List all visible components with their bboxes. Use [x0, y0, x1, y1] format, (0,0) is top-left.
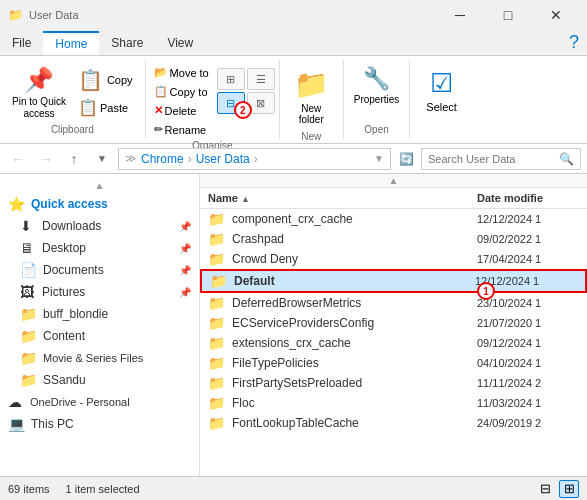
- documents-icon: 📄: [20, 262, 37, 278]
- file-name: Floc: [228, 396, 477, 410]
- select-button[interactable]: ☑ Select: [418, 64, 465, 117]
- pin-to-quick-access-button[interactable]: 📌 Pin to Quickaccess: [8, 64, 70, 122]
- table-row[interactable]: 📁 extensions_crx_cache 09/12/2024 1: [200, 333, 587, 353]
- delete-button[interactable]: ✕ Delete: [150, 102, 213, 119]
- copy-button[interactable]: 📋 Copy: [74, 64, 137, 94]
- pin-documents: 📌: [179, 265, 191, 276]
- table-row[interactable]: 📁 ECServiceProvidersConfig 21/07/2020 1: [200, 313, 587, 333]
- quick-access-toolbar-icon: 📁: [8, 8, 23, 22]
- copy-to-button[interactable]: 📋 Copy to: [150, 83, 213, 100]
- path-dropdown[interactable]: ▼: [374, 153, 384, 164]
- sidebar-item-content[interactable]: 📁 Content: [0, 325, 199, 347]
- sidebar-item-pictures[interactable]: 🖼 Pictures 📌: [0, 281, 199, 303]
- main-content: ▲ ⭐ Quick access ⬇ Downloads 📌 🖥 Desktop…: [0, 174, 587, 476]
- path-userdata[interactable]: User Data: [196, 152, 250, 166]
- sidebar-label-buff-blondie: buff_blondie: [43, 307, 108, 321]
- up-button[interactable]: ↑: [62, 148, 86, 170]
- sidebar-item-downloads[interactable]: ⬇ Downloads 📌: [0, 215, 199, 237]
- ribbon-tabs: File Home Share View ?: [0, 30, 587, 56]
- folder-icon: 📁: [208, 295, 228, 311]
- title-bar-controls: ─ □ ✕: [437, 4, 579, 26]
- desktop-icon: 🖥: [20, 240, 36, 256]
- forward-button[interactable]: →: [34, 148, 58, 170]
- tab-home[interactable]: Home: [43, 31, 99, 55]
- tab-share[interactable]: Share: [99, 32, 155, 54]
- view-details-btn[interactable]: ⊟: [535, 480, 555, 498]
- folder-icon: 📁: [208, 355, 228, 371]
- sidebar-item-this-pc[interactable]: 💻 This PC: [0, 413, 199, 435]
- paste-icon: 📋: [78, 98, 98, 117]
- file-name: Crashpad: [228, 232, 477, 246]
- delete-icon: ✕: [154, 104, 163, 117]
- column-name[interactable]: Name ▲: [200, 190, 477, 206]
- close-button[interactable]: ✕: [533, 4, 579, 26]
- sort-arrow: ▲: [241, 194, 250, 204]
- file-name: ECServiceProvidersConfig: [228, 316, 477, 330]
- address-path[interactable]: ≫ Chrome › User Data › ▼: [118, 148, 391, 170]
- sidebar-item-quick-access[interactable]: ⭐ Quick access: [0, 193, 199, 215]
- view-list-button[interactable]: ☰: [247, 68, 275, 90]
- move-to-button[interactable]: 📂 Move to: [150, 64, 213, 81]
- view-grid-button[interactable]: ⊞: [217, 68, 245, 90]
- sidebar-item-documents[interactable]: 📄 Documents 📌: [0, 259, 199, 281]
- help-icon[interactable]: ?: [569, 32, 587, 53]
- maximize-button[interactable]: □: [485, 4, 531, 26]
- minimize-button[interactable]: ─: [437, 4, 483, 26]
- file-list: ▲ Name ▲ Date modifie 📁 component_crx_ca…: [200, 174, 587, 476]
- table-row[interactable]: 📁 FileTypePolicies 04/10/2024 1: [200, 353, 587, 373]
- sidebar-item-onedrive[interactable]: ☁ OneDrive - Personal: [0, 391, 199, 413]
- onedrive-icon: ☁: [8, 394, 24, 410]
- clipboard-label: Clipboard: [51, 122, 94, 135]
- pin-pictures: 📌: [179, 287, 191, 298]
- view-list-btn[interactable]: ⊞: [559, 480, 579, 498]
- file-name: Crowd Deny: [228, 252, 477, 266]
- rename-icon: ✏: [154, 123, 163, 136]
- title-bar-left: 📁 User Data: [8, 8, 79, 22]
- content-icon: 📁: [20, 328, 37, 344]
- path-separator-3: ›: [254, 152, 258, 166]
- table-row[interactable]: 📁 DeferredBrowserMetrics 23/10/2024 1: [200, 293, 587, 313]
- view-details-button[interactable]: ⊟ 2: [217, 92, 245, 114]
- search-input[interactable]: [428, 153, 559, 165]
- sidebar-item-buff-blondie[interactable]: 📁 buff_blondie: [0, 303, 199, 325]
- sidebar-item-desktop[interactable]: 🖥 Desktop 📌: [0, 237, 199, 259]
- item-count: 69 items: [8, 483, 50, 495]
- tab-file[interactable]: File: [0, 32, 43, 54]
- table-row[interactable]: 📁 Crashpad 09/02/2022 1: [200, 229, 587, 249]
- organise-badge-2: 2: [234, 101, 252, 119]
- file-date: 23/10/2024 1: [477, 297, 587, 309]
- sidebar-item-movie-series[interactable]: 📁 Movie & Series Files: [0, 347, 199, 369]
- file-date: 09/02/2022 1: [477, 233, 587, 245]
- rename-button[interactable]: ✏ Rename: [150, 121, 213, 138]
- table-row[interactable]: 📁 Floc 11/03/2024 1: [200, 393, 587, 413]
- table-row[interactable]: 📁 component_crx_cache 12/12/2024 1: [200, 209, 587, 229]
- table-row[interactable]: 📁 FirstPartySetsPreloaded 11/11/2024 2: [200, 373, 587, 393]
- table-row[interactable]: 📁 FontLookupTableCache 24/09/2019 2: [200, 413, 587, 433]
- file-date: 11/03/2024 1: [477, 397, 587, 409]
- pin-downloads: 📌: [179, 221, 191, 232]
- properties-button[interactable]: 🔧 Properties: [350, 64, 404, 107]
- path-chrome[interactable]: Chrome: [141, 152, 184, 166]
- ribbon-group-open: 🔧 Properties Open: [344, 60, 411, 139]
- pin-icon: 📌: [24, 66, 54, 94]
- refresh-button[interactable]: 🔄: [395, 148, 417, 170]
- paste-button[interactable]: 📋 Paste: [74, 96, 137, 119]
- sidebar-label-ssandu: SSandu: [43, 373, 86, 387]
- status-left: 69 items 1 item selected: [8, 483, 140, 495]
- file-list-scroll-up: ▲: [200, 174, 587, 188]
- back-button[interactable]: ←: [6, 148, 30, 170]
- badge-1: 1: [477, 282, 495, 300]
- open-label: Open: [364, 122, 388, 135]
- file-date: 24/09/2019 2: [477, 417, 587, 429]
- file-date: 09/12/2024 1: [477, 337, 587, 349]
- column-date[interactable]: Date modifie: [477, 192, 587, 204]
- sidebar-item-ssandu[interactable]: 📁 SSandu: [0, 369, 199, 391]
- recent-locations-button[interactable]: ▼: [90, 148, 114, 170]
- new-folder-button[interactable]: 📁 Newfolder: [286, 64, 337, 129]
- table-row-default[interactable]: 📁 Default 12/12/2024 1 1: [200, 269, 587, 293]
- tab-view[interactable]: View: [155, 32, 205, 54]
- folder-icon: 📁: [208, 231, 228, 247]
- table-row[interactable]: 📁 Crowd Deny 17/04/2024 1: [200, 249, 587, 269]
- status-right: ⊟ ⊞: [535, 480, 579, 498]
- copy-icon: 📋: [78, 68, 103, 92]
